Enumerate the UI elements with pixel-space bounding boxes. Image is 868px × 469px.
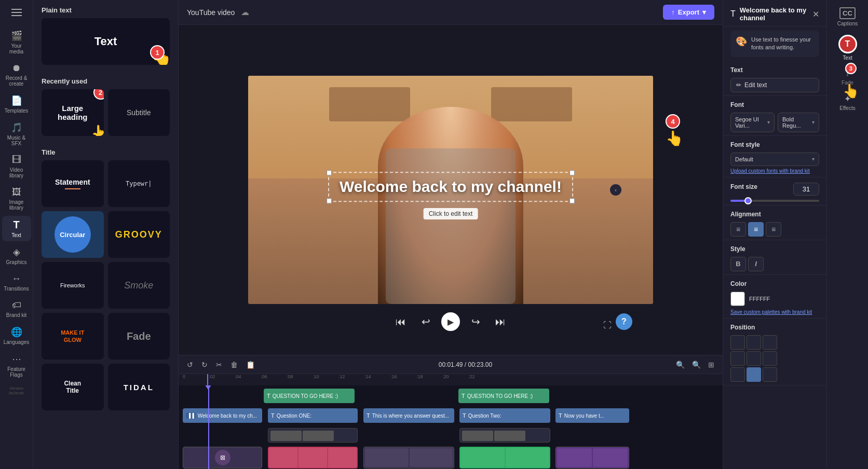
video-clip-2[interactable] [363,447,454,468]
text-panel-header-icon: T [730,9,736,19]
fade-item[interactable]: T Fade 3 👆 [838,66,857,89]
font-size-input[interactable] [793,183,819,196]
canvas-video[interactable]: Welcome back to my channel! Click to edi… [248,76,653,304]
sidebar-item-music-sfx[interactable]: 🎵 Music & SFX [2,119,31,149]
clip-question-two[interactable]: T Question Two: [459,408,550,423]
handle-br[interactable] [569,198,575,203]
clip-question-one[interactable]: T Question ONE: [268,408,358,423]
text-card-circular[interactable]: Circular [42,211,104,258]
text-card-fireworks[interactable]: Fireworks [42,262,104,309]
sidebar-hamburger[interactable] [2,4,31,21]
font-size-slider[interactable] [730,200,819,202]
edit-text-button[interactable]: ✏ Edit text [730,78,819,92]
text-card-subtitle[interactable]: Subtitle [108,89,170,136]
handle-tr[interactable] [569,170,575,175]
skip-end-button[interactable]: ⏭ [491,312,510,331]
bold-button[interactable]: B [730,257,746,271]
export-button[interactable]: ↑ Export ▾ [663,5,714,20]
clip-welcome[interactable]: ▐▐ Welcome back to my ch... [183,408,262,423]
undo-button[interactable]: ↺ [185,360,195,370]
video-clip-green[interactable] [459,447,550,468]
text-card-plain-label: Text [94,35,117,48]
forward-button[interactable]: ↪ [466,312,485,331]
video-clip-1[interactable]: ⊠ [183,447,262,468]
align-center-button[interactable]: ≡ [748,222,764,237]
clip-answer-quest[interactable]: T This is where you answer quest... [363,408,454,423]
clip-now-you-have[interactable]: T Now you have t... [555,408,629,423]
font-size-thumb[interactable] [744,197,752,204]
clip-empty-2[interactable] [459,428,550,443]
pos-cell-6[interactable] [730,367,745,382]
video-clip-pink[interactable] [268,447,358,468]
text-card-smoke[interactable]: Smoke [108,262,170,309]
pos-cell-3[interactable] [730,351,745,366]
skip-start-button[interactable]: ⏮ [391,312,410,331]
pos-cell-1[interactable] [747,335,761,350]
sidebar-item-brand-kit[interactable]: 🏷 Brand kit [2,297,31,321]
color-swatch[interactable] [730,292,745,306]
text-card-large-heading[interactable]: Largeheading 2 👆 [42,89,104,136]
text-card-statement[interactable]: Statement [42,160,104,207]
text-overlay-container[interactable]: Welcome back to my channel! [328,172,573,202]
pos-cell-2[interactable] [763,335,777,350]
italic-button[interactable]: I [748,257,764,271]
align-right-button[interactable]: ≡ [766,222,781,237]
text-card-clean-title[interactable]: CleanTitle [42,364,104,410]
font-style-select[interactable]: Default ▾ [730,153,819,166]
handle-bl[interactable] [327,198,332,203]
sidebar-item-graphics[interactable]: ◈ Graphics [2,243,31,268]
text-card-makeitglow[interactable]: MAKE ITGLOW [42,313,104,360]
sidebar-item-feature-flags[interactable]: ⋯ Feature Flags [2,350,31,381]
captions-panel-item[interactable]: CC Captions [834,4,861,30]
rewind-button[interactable]: ↩ [416,312,435,331]
sidebar-item-transitions[interactable]: ↔ Transitions [2,270,31,295]
canvas-area: 16:9 [179,25,723,355]
pos-cell-7[interactable] [747,367,761,382]
right-column: T Welcome back to my channel ✕ 🎨 Use tex… [723,0,868,469]
clip-question-1[interactable]: T QUESTION TO GO HERE :) [264,389,355,403]
play-pause-button[interactable]: ▶ [441,312,460,331]
pos-cell-0[interactable] [730,335,745,350]
sidebar-item-your-media[interactable]: 🎬 Your media [2,27,31,58]
pos-cell-5[interactable] [763,351,777,366]
panel-close-button[interactable]: ✕ [812,9,819,19]
sidebar-item-templates[interactable]: 📄 Templates [2,92,31,117]
text-card-groovy[interactable]: GROOVY [108,211,170,258]
text-card-plain[interactable]: Text 1 👆 [42,18,170,65]
help-button[interactable]: ? [616,313,632,330]
cut-button[interactable]: ✂ [214,360,224,370]
sidebar-label-languages: Languages [4,339,30,345]
font-weight-select[interactable]: Bold Regu... ▾ [778,113,819,132]
fit-button[interactable]: ⊞ [706,360,716,370]
zoom-in-button[interactable]: 🔍 [690,360,703,370]
style-title: Style [730,245,819,253]
align-left-button[interactable]: ≡ [730,222,746,237]
center-column: YouTube video ☁ ↑ Export ▾ 16:9 [179,0,723,469]
text-effects-item[interactable]: T Text [829,32,866,64]
text-card-tidal[interactable]: TIDAL [108,364,170,410]
sidebar-item-languages[interactable]: 🌐 Languages [2,323,31,348]
font-family-select[interactable]: Segoe UI Vari... ▾ [730,113,775,132]
collapse-right-panel[interactable]: ‹ [610,184,621,196]
sidebar-item-text[interactable]: T Text [2,216,31,241]
clip-empty-1[interactable] [268,428,358,443]
save-custom-palettes-link[interactable]: Save custom palettes with brand kit [730,309,819,315]
edit-tooltip[interactable]: Click to edit text [424,208,478,219]
zoom-out-button[interactable]: 🔍 [674,360,687,370]
sidebar-item-image-library[interactable]: 🖼 Image library [2,184,31,214]
copy-button[interactable]: 📋 [244,360,257,370]
delete-button[interactable]: 🗑 [228,360,240,370]
sidebar-item-video-library[interactable]: 🎞 Video library [2,151,31,182]
pos-cell-4[interactable] [747,351,761,366]
video-clip-3[interactable] [555,447,629,468]
font-size-title: Font size [730,183,757,190]
sidebar-item-record-create[interactable]: ⏺ Record & create [2,60,31,90]
clip-question-2[interactable]: T QUESTION TO GO HERE :) [458,389,549,403]
text-card-typewriter[interactable]: Typewr| [108,160,170,207]
pos-cell-8[interactable] [763,367,777,382]
fullscreen-button[interactable]: ⛶ [603,321,612,330]
redo-button[interactable]: ↻ [199,360,210,370]
text-card-fade[interactable]: Fade [108,313,170,360]
handle-tl[interactable] [327,170,332,175]
upload-custom-fonts-link[interactable]: Upload custom fonts with brand kit [730,168,819,174]
